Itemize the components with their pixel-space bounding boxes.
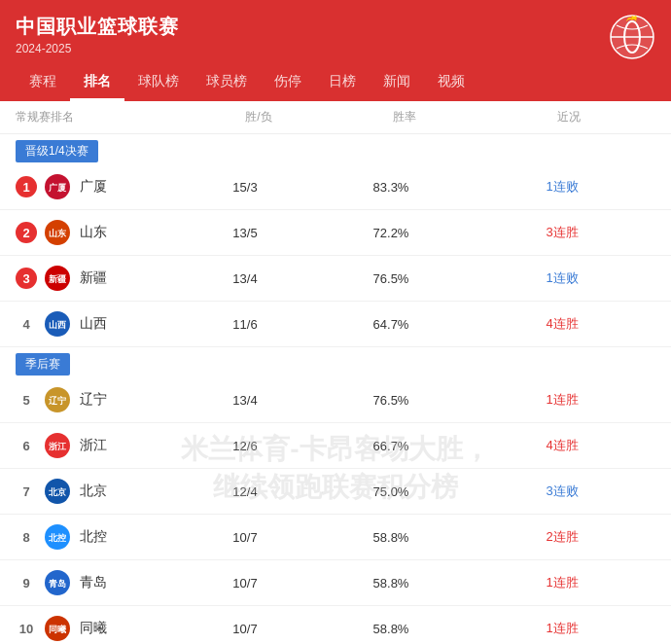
team-name: 北京: [80, 483, 177, 500]
header: 中国职业篮球联赛 2024-2025 赛程 排名 球队榜 球员榜 伤停 日榜 新…: [0, 0, 671, 101]
table-row[interactable]: 1 广厦 广厦 15/3 83.3% 1连败: [0, 164, 671, 210]
nav-injuries[interactable]: 伤停: [261, 65, 315, 101]
table-row[interactable]: 3 新疆 新疆 13/4 76.5% 1连败: [0, 256, 671, 302]
team-pct: 58.8%: [313, 530, 469, 545]
svg-text:北京: 北京: [48, 486, 67, 497]
team-name: 广厦: [80, 178, 177, 196]
team-logo: 山东: [43, 218, 72, 247]
team-wl: 12/6: [177, 439, 313, 453]
team-logo: 北京: [43, 477, 72, 506]
team-name: 浙江: [80, 437, 177, 454]
team-logo: 山西: [43, 309, 72, 339]
rank-number: 2: [16, 222, 37, 243]
cba-logo: [609, 14, 655, 60]
team-pct: 58.8%: [313, 622, 469, 636]
svg-text:山西: 山西: [49, 320, 67, 330]
team-wl: 13/4: [177, 271, 313, 286]
nav-bar: 赛程 排名 球队榜 球员榜 伤停 日榜 新闻 视频: [16, 65, 655, 101]
table-header: 常规赛排名 胜/负 胜率 近况: [0, 101, 671, 134]
team-logo: 辽宁: [43, 385, 72, 414]
team-wl: 15/3: [177, 180, 313, 195]
team-recent: 4连胜: [469, 437, 655, 454]
team-logo: 新疆: [43, 264, 72, 293]
rank-number: 3: [16, 268, 37, 289]
table-row[interactable]: 8 北控 北控 10/7 58.8% 2连胜: [0, 515, 671, 560]
team-name: 北控: [80, 528, 177, 546]
table-row[interactable]: 7 北京 北京 12/4 75.0% 3连败: [0, 469, 671, 515]
team-name: 山西: [80, 315, 177, 333]
team-name: 山东: [80, 224, 177, 241]
team-recent: 1连胜: [469, 574, 655, 591]
rank-number: 10: [16, 618, 37, 639]
table-row[interactable]: 2 山东 山东 13/5 72.2% 3连胜: [0, 210, 671, 256]
team-recent: 3连胜: [469, 224, 655, 241]
svg-text:青岛: 青岛: [49, 579, 66, 589]
team-logo: 北控: [43, 522, 72, 552]
team-pct: 83.3%: [313, 180, 469, 195]
rank-number: 7: [16, 481, 37, 502]
team-logo: 广厦: [43, 172, 72, 201]
team-pct: 76.5%: [313, 393, 469, 408]
rank-number: 5: [16, 389, 37, 411]
nav-daily[interactable]: 日榜: [315, 65, 370, 101]
team-pct: 58.8%: [313, 576, 469, 590]
rank-number: 1: [16, 176, 37, 197]
team-wl: 11/6: [177, 317, 313, 332]
app-subtitle: 2024-2025: [16, 42, 655, 55]
table-row[interactable]: 4 山西 山西 11/6 64.7% 4连胜: [0, 302, 671, 347]
team-recent: 3连败: [469, 483, 655, 500]
team-recent: 1连胜: [469, 391, 655, 409]
svg-text:浙江: 浙江: [49, 442, 67, 451]
team-name: 新疆: [80, 269, 177, 287]
section-1-teams: 1 广厦 广厦 15/3 83.3% 1连败 2 山东: [0, 164, 671, 347]
team-recent: 2连胜: [469, 528, 655, 546]
team-recent: 1连败: [469, 269, 655, 287]
nav-team-rankings[interactable]: 球队榜: [124, 65, 193, 101]
team-logo: 青岛: [43, 568, 72, 597]
team-pct: 64.7%: [313, 317, 469, 332]
team-wl: 10/7: [177, 622, 313, 636]
nav-rankings[interactable]: 排名: [70, 65, 124, 101]
team-logo: 同曦: [43, 614, 72, 643]
content: 米兰体育-卡昂客场大胜， 继续领跑联赛积分榜 常规赛排名 胜/负 胜率 近况 晋…: [0, 101, 671, 644]
svg-text:新疆: 新疆: [49, 273, 67, 284]
section-label-1: 晋级1/4决赛: [16, 140, 98, 162]
team-name: 同曦: [80, 620, 177, 637]
team-name: 辽宁: [80, 391, 177, 409]
col-rank-header: 常规赛排名: [16, 109, 191, 125]
nav-news[interactable]: 新闻: [370, 65, 424, 101]
table-row[interactable]: 10 同曦 同曦 10/7 58.8% 1连胜: [0, 606, 671, 644]
nav-schedule[interactable]: 赛程: [16, 65, 70, 101]
rank-number: 6: [16, 435, 37, 456]
app-container: 中国职业篮球联赛 2024-2025 赛程 排名 球队榜 球员榜 伤停 日榜 新…: [0, 0, 671, 644]
col-wl-header: 胜/负: [191, 109, 327, 125]
svg-text:同曦: 同曦: [49, 624, 67, 634]
col-pct-header: 胜率: [327, 109, 482, 125]
team-recent: 1连胜: [469, 620, 655, 637]
team-wl: 10/7: [177, 530, 313, 545]
team-wl: 10/7: [177, 576, 313, 590]
team-logo: 浙江: [43, 431, 72, 460]
team-pct: 76.5%: [313, 271, 469, 286]
nav-player-rankings[interactable]: 球员榜: [193, 65, 261, 101]
rank-number: 8: [16, 526, 37, 548]
section-label-2: 季后赛: [16, 353, 70, 376]
table-row[interactable]: 6 浙江 浙江 12/6 66.7% 4连胜: [0, 423, 671, 469]
col-recent-header: 近况: [482, 109, 655, 125]
team-pct: 72.2%: [313, 226, 469, 240]
svg-text:广厦: 广厦: [48, 182, 67, 193]
team-wl: 13/4: [177, 393, 313, 408]
rank-number: 9: [16, 572, 37, 593]
svg-text:山东: 山东: [49, 228, 67, 238]
team-name: 青岛: [80, 574, 177, 591]
team-pct: 75.0%: [313, 484, 469, 499]
team-wl: 13/5: [177, 226, 313, 240]
team-recent: 1连败: [469, 178, 655, 196]
team-pct: 66.7%: [313, 439, 469, 453]
svg-text:辽宁: 辽宁: [49, 395, 66, 406]
rank-number: 4: [16, 313, 37, 335]
nav-video[interactable]: 视频: [424, 65, 478, 101]
table-row[interactable]: 9 青岛 青岛 10/7 58.8% 1连胜: [0, 560, 671, 606]
team-wl: 12/4: [177, 484, 313, 499]
table-row[interactable]: 5 辽宁 辽宁 13/4 76.5% 1连胜: [0, 377, 671, 423]
